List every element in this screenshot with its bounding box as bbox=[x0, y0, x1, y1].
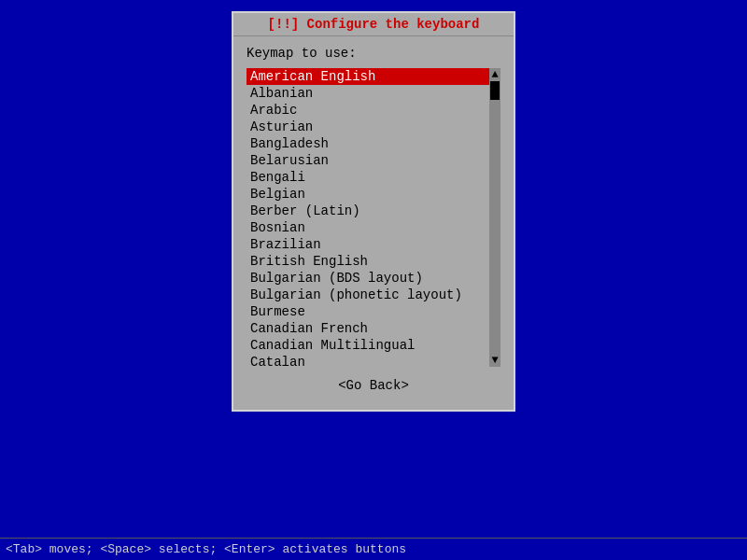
list-item[interactable]: Bangladesh bbox=[247, 135, 489, 152]
dialog-body: Keymap to use: American EnglishAlbanianA… bbox=[233, 36, 514, 410]
list-item[interactable]: Canadian Multilingual bbox=[247, 337, 489, 354]
list-item[interactable]: Belarusian bbox=[247, 152, 489, 169]
dialog-title: [!!] Configure the keyboard bbox=[233, 13, 514, 36]
go-back-row: <Go Back> bbox=[247, 378, 500, 393]
list-item[interactable]: Bosnian bbox=[247, 219, 489, 236]
scroll-thumb[interactable] bbox=[490, 81, 500, 100]
list-item[interactable]: Bulgarian (phonetic layout) bbox=[247, 287, 489, 303]
list-item[interactable]: Bulgarian (BDS layout) bbox=[247, 270, 489, 287]
configure-keyboard-dialog: [!!] Configure the keyboard Keymap to us… bbox=[232, 11, 515, 412]
keymap-label: Keymap to use: bbox=[247, 46, 500, 61]
go-back-button[interactable]: <Go Back> bbox=[338, 378, 409, 393]
list-item[interactable]: Canadian French bbox=[247, 320, 489, 337]
list-item[interactable]: Albanian bbox=[247, 85, 489, 102]
list-item[interactable]: Burmese bbox=[247, 303, 489, 320]
list-item[interactable]: Brazilian bbox=[247, 236, 489, 253]
list-item[interactable]: Asturian bbox=[247, 119, 489, 135]
scrollbar[interactable]: ▲ ▼ bbox=[489, 68, 500, 367]
keymap-list[interactable]: American EnglishAlbanianArabicAsturianBa… bbox=[247, 68, 489, 367]
scroll-track bbox=[490, 81, 500, 354]
list-item[interactable]: British English bbox=[247, 253, 489, 270]
list-item[interactable]: American English bbox=[247, 68, 489, 85]
status-bar: <Tab> moves; <Space> selects; <Enter> ac… bbox=[0, 538, 747, 560]
list-item[interactable]: Belgian bbox=[247, 186, 489, 203]
keymap-list-container[interactable]: American EnglishAlbanianArabicAsturianBa… bbox=[247, 68, 500, 367]
list-item[interactable]: Bengali bbox=[247, 169, 489, 186]
scroll-up-arrow[interactable]: ▲ bbox=[491, 68, 498, 81]
list-item[interactable]: Arabic bbox=[247, 102, 489, 119]
list-item[interactable]: Berber (Latin) bbox=[247, 203, 489, 219]
list-item[interactable]: Catalan bbox=[247, 354, 489, 367]
scroll-down-arrow[interactable]: ▼ bbox=[491, 354, 498, 367]
